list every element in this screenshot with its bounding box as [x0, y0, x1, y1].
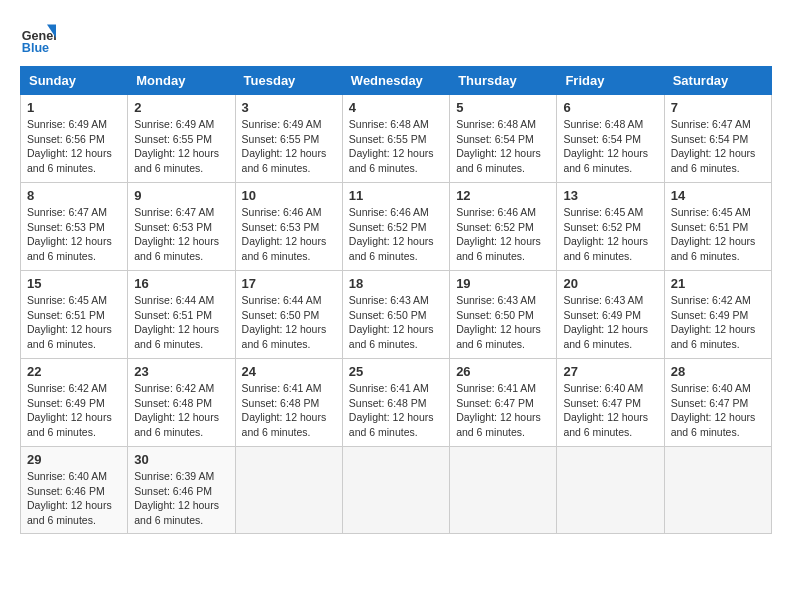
- daylight-label: Daylight: 12 hours and 6 minutes.: [134, 323, 219, 350]
- daylight-label: Daylight: 12 hours and 6 minutes.: [27, 235, 112, 262]
- sunrise-label: Sunrise: 6:49 AM: [242, 118, 322, 130]
- sunset-label: Sunset: 6:47 PM: [563, 397, 641, 409]
- daylight-label: Daylight: 12 hours and 6 minutes.: [349, 411, 434, 438]
- calendar-cell: 19 Sunrise: 6:43 AM Sunset: 6:50 PM Dayl…: [450, 271, 557, 359]
- day-info: Sunrise: 6:40 AM Sunset: 6:47 PM Dayligh…: [563, 381, 657, 440]
- calendar-cell: 3 Sunrise: 6:49 AM Sunset: 6:55 PM Dayli…: [235, 95, 342, 183]
- daylight-label: Daylight: 12 hours and 6 minutes.: [671, 323, 756, 350]
- day-info: Sunrise: 6:46 AM Sunset: 6:53 PM Dayligh…: [242, 205, 336, 264]
- sunset-label: Sunset: 6:52 PM: [563, 221, 641, 233]
- sunset-label: Sunset: 6:51 PM: [27, 309, 105, 321]
- day-info: Sunrise: 6:40 AM Sunset: 6:46 PM Dayligh…: [27, 469, 121, 528]
- calendar-cell: 25 Sunrise: 6:41 AM Sunset: 6:48 PM Dayl…: [342, 359, 449, 447]
- day-info: Sunrise: 6:43 AM Sunset: 6:49 PM Dayligh…: [563, 293, 657, 352]
- header-tuesday: Tuesday: [235, 67, 342, 95]
- header-saturday: Saturday: [664, 67, 771, 95]
- calendar-cell: [450, 447, 557, 534]
- day-number: 6: [563, 100, 657, 115]
- day-number: 20: [563, 276, 657, 291]
- calendar-cell: 30 Sunrise: 6:39 AM Sunset: 6:46 PM Dayl…: [128, 447, 235, 534]
- sunrise-label: Sunrise: 6:43 AM: [563, 294, 643, 306]
- calendar-cell: [664, 447, 771, 534]
- day-number: 1: [27, 100, 121, 115]
- daylight-label: Daylight: 12 hours and 6 minutes.: [563, 411, 648, 438]
- calendar-cell: 22 Sunrise: 6:42 AM Sunset: 6:49 PM Dayl…: [21, 359, 128, 447]
- calendar-cell: 7 Sunrise: 6:47 AM Sunset: 6:54 PM Dayli…: [664, 95, 771, 183]
- sunset-label: Sunset: 6:46 PM: [27, 485, 105, 497]
- calendar-cell: 27 Sunrise: 6:40 AM Sunset: 6:47 PM Dayl…: [557, 359, 664, 447]
- day-info: Sunrise: 6:40 AM Sunset: 6:47 PM Dayligh…: [671, 381, 765, 440]
- daylight-label: Daylight: 12 hours and 6 minutes.: [456, 147, 541, 174]
- sunset-label: Sunset: 6:50 PM: [349, 309, 427, 321]
- sunrise-label: Sunrise: 6:45 AM: [671, 206, 751, 218]
- day-info: Sunrise: 6:42 AM Sunset: 6:49 PM Dayligh…: [671, 293, 765, 352]
- sunrise-label: Sunrise: 6:40 AM: [671, 382, 751, 394]
- daylight-label: Daylight: 12 hours and 6 minutes.: [242, 235, 327, 262]
- sunset-label: Sunset: 6:50 PM: [456, 309, 534, 321]
- day-info: Sunrise: 6:42 AM Sunset: 6:48 PM Dayligh…: [134, 381, 228, 440]
- day-number: 3: [242, 100, 336, 115]
- sunset-label: Sunset: 6:56 PM: [27, 133, 105, 145]
- sunset-label: Sunset: 6:49 PM: [563, 309, 641, 321]
- day-number: 4: [349, 100, 443, 115]
- daylight-label: Daylight: 12 hours and 6 minutes.: [27, 147, 112, 174]
- sunrise-label: Sunrise: 6:41 AM: [242, 382, 322, 394]
- calendar-cell: 10 Sunrise: 6:46 AM Sunset: 6:53 PM Dayl…: [235, 183, 342, 271]
- sunrise-label: Sunrise: 6:39 AM: [134, 470, 214, 482]
- calendar-week-row: 22 Sunrise: 6:42 AM Sunset: 6:49 PM Dayl…: [21, 359, 772, 447]
- day-number: 21: [671, 276, 765, 291]
- sunset-label: Sunset: 6:55 PM: [349, 133, 427, 145]
- day-number: 2: [134, 100, 228, 115]
- day-info: Sunrise: 6:44 AM Sunset: 6:50 PM Dayligh…: [242, 293, 336, 352]
- daylight-label: Daylight: 12 hours and 6 minutes.: [349, 235, 434, 262]
- sunset-label: Sunset: 6:50 PM: [242, 309, 320, 321]
- day-info: Sunrise: 6:44 AM Sunset: 6:51 PM Dayligh…: [134, 293, 228, 352]
- day-number: 14: [671, 188, 765, 203]
- header-wednesday: Wednesday: [342, 67, 449, 95]
- sunset-label: Sunset: 6:48 PM: [134, 397, 212, 409]
- calendar-cell: 5 Sunrise: 6:48 AM Sunset: 6:54 PM Dayli…: [450, 95, 557, 183]
- sunset-label: Sunset: 6:55 PM: [242, 133, 320, 145]
- sunrise-label: Sunrise: 6:42 AM: [134, 382, 214, 394]
- sunset-label: Sunset: 6:49 PM: [27, 397, 105, 409]
- day-number: 22: [27, 364, 121, 379]
- day-info: Sunrise: 6:45 AM Sunset: 6:51 PM Dayligh…: [671, 205, 765, 264]
- day-number: 18: [349, 276, 443, 291]
- sunset-label: Sunset: 6:48 PM: [349, 397, 427, 409]
- day-number: 26: [456, 364, 550, 379]
- daylight-label: Daylight: 12 hours and 6 minutes.: [671, 147, 756, 174]
- weekday-header-row: Sunday Monday Tuesday Wednesday Thursday…: [21, 67, 772, 95]
- svg-text:Blue: Blue: [22, 41, 49, 55]
- day-number: 10: [242, 188, 336, 203]
- day-info: Sunrise: 6:43 AM Sunset: 6:50 PM Dayligh…: [456, 293, 550, 352]
- day-info: Sunrise: 6:41 AM Sunset: 6:48 PM Dayligh…: [242, 381, 336, 440]
- sunset-label: Sunset: 6:53 PM: [27, 221, 105, 233]
- sunrise-label: Sunrise: 6:41 AM: [349, 382, 429, 394]
- daylight-label: Daylight: 12 hours and 6 minutes.: [349, 147, 434, 174]
- day-info: Sunrise: 6:49 AM Sunset: 6:55 PM Dayligh…: [134, 117, 228, 176]
- sunrise-label: Sunrise: 6:47 AM: [134, 206, 214, 218]
- sunrise-label: Sunrise: 6:42 AM: [27, 382, 107, 394]
- daylight-label: Daylight: 12 hours and 6 minutes.: [671, 411, 756, 438]
- calendar-cell: 13 Sunrise: 6:45 AM Sunset: 6:52 PM Dayl…: [557, 183, 664, 271]
- logo: General Blue: [20, 20, 56, 56]
- sunrise-label: Sunrise: 6:44 AM: [242, 294, 322, 306]
- sunset-label: Sunset: 6:47 PM: [671, 397, 749, 409]
- daylight-label: Daylight: 12 hours and 6 minutes.: [134, 499, 219, 526]
- day-info: Sunrise: 6:41 AM Sunset: 6:47 PM Dayligh…: [456, 381, 550, 440]
- daylight-label: Daylight: 12 hours and 6 minutes.: [242, 147, 327, 174]
- sunset-label: Sunset: 6:55 PM: [134, 133, 212, 145]
- sunrise-label: Sunrise: 6:40 AM: [563, 382, 643, 394]
- day-info: Sunrise: 6:45 AM Sunset: 6:52 PM Dayligh…: [563, 205, 657, 264]
- day-number: 19: [456, 276, 550, 291]
- daylight-label: Daylight: 12 hours and 6 minutes.: [134, 147, 219, 174]
- day-info: Sunrise: 6:49 AM Sunset: 6:55 PM Dayligh…: [242, 117, 336, 176]
- day-info: Sunrise: 6:46 AM Sunset: 6:52 PM Dayligh…: [456, 205, 550, 264]
- sunset-label: Sunset: 6:46 PM: [134, 485, 212, 497]
- sunset-label: Sunset: 6:53 PM: [242, 221, 320, 233]
- day-info: Sunrise: 6:41 AM Sunset: 6:48 PM Dayligh…: [349, 381, 443, 440]
- calendar-cell: [235, 447, 342, 534]
- daylight-label: Daylight: 12 hours and 6 minutes.: [27, 411, 112, 438]
- day-info: Sunrise: 6:39 AM Sunset: 6:46 PM Dayligh…: [134, 469, 228, 528]
- sunset-label: Sunset: 6:48 PM: [242, 397, 320, 409]
